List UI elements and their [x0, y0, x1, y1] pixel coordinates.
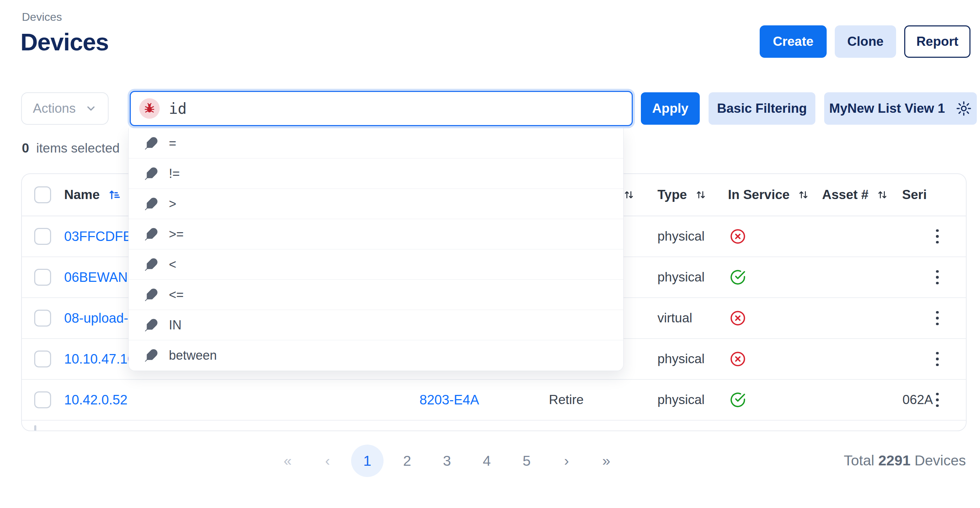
sort-arrows-icon [876, 188, 889, 202]
row-checkbox[interactable] [34, 339, 51, 379]
breadcrumb[interactable]: Devices [22, 11, 62, 24]
column-header-in-service[interactable]: In Service [728, 174, 810, 216]
kebab-icon[interactable] [933, 298, 942, 338]
selection-summary: 0 items selected [22, 141, 119, 156]
device-name-link[interactable]: 10.42.0.52 [64, 392, 127, 408]
operator-option-between[interactable]: between [129, 340, 623, 371]
selection-label: items selected [36, 141, 120, 156]
list-view-label: MyNew List View 1 [829, 101, 945, 116]
hardware-model-link[interactable]: 8203-E4A [420, 392, 479, 408]
row-checkbox[interactable] [34, 216, 51, 256]
feather-icon [144, 318, 158, 332]
sort-arrows-icon [694, 188, 708, 202]
column-header-asset[interactable]: Asset # [822, 174, 889, 216]
report-button[interactable]: Report [904, 25, 970, 58]
feather-icon [144, 167, 158, 181]
pagination-next-button[interactable]: › [550, 444, 583, 477]
filter-operator-dropdown: = != > >= < <= IN between [128, 128, 624, 371]
sort-arrows-icon [622, 188, 636, 202]
operator-option-neq[interactable]: != [129, 159, 623, 189]
pagination-page-3[interactable]: 3 [431, 444, 463, 477]
serial-value: 062A [902, 392, 933, 407]
kebab-icon[interactable] [933, 339, 942, 379]
feather-icon [144, 227, 158, 241]
select-all-checkbox[interactable] [34, 174, 51, 216]
pagination: « ‹ 1 2 3 4 5 › » [271, 444, 630, 477]
device-type-value: physical [657, 229, 705, 244]
basic-filtering-button[interactable]: Basic Filtering [709, 92, 815, 125]
filter-input[interactable] [169, 100, 623, 117]
device-name-link[interactable]: 06BEWAN [64, 270, 127, 285]
column-label-name: Name [64, 187, 100, 202]
kebab-icon[interactable] [933, 257, 942, 297]
feather-icon [144, 348, 158, 362]
pagination-prev-button[interactable]: ‹ [311, 444, 344, 477]
kebab-icon[interactable] [933, 216, 942, 256]
feather-icon [144, 257, 158, 271]
feather-icon [144, 288, 158, 302]
list-view-button[interactable]: MyNew List View 1 [824, 92, 977, 125]
check-circle-icon [729, 257, 747, 297]
device-type-value: physical [657, 392, 705, 407]
column-label-in-service: In Service [728, 187, 790, 202]
column-label-asset: Asset # [822, 187, 869, 202]
feather-icon [144, 197, 158, 211]
row-checkbox[interactable] [34, 426, 36, 431]
filter-input-container [130, 91, 633, 126]
total-value: 2291 [878, 452, 910, 468]
status-value: Retire [549, 392, 584, 407]
kebab-icon[interactable] [933, 380, 942, 420]
bug-icon [139, 98, 160, 119]
sort-arrows-icon [797, 188, 810, 202]
row-checkbox[interactable] [34, 380, 51, 420]
table-row: 10.42.0.52 8203-E4A Retire physical 062A [22, 380, 966, 421]
create-button[interactable]: Create [760, 25, 827, 58]
x-circle-icon [729, 339, 747, 379]
x-circle-icon [729, 298, 747, 338]
x-circle-icon [729, 216, 747, 256]
check-circle-icon [729, 380, 747, 420]
devices-page: Devices Devices Create Clone Report Acti… [0, 0, 980, 508]
device-name-link[interactable]: 08-upload-2 [64, 311, 136, 326]
selection-count: 0 [22, 141, 29, 156]
column-header-type[interactable]: Type [657, 174, 708, 216]
total-count: Total 2291 Devices [844, 452, 966, 469]
gear-icon[interactable] [956, 100, 972, 117]
column-header-serial[interactable]: Seri [902, 174, 927, 216]
sort-ascending-icon [108, 188, 122, 202]
pagination-first-button[interactable]: « [271, 444, 304, 477]
column-label-type: Type [657, 187, 687, 202]
total-suffix: Devices [915, 452, 966, 468]
feather-icon [144, 137, 158, 151]
device-type-value: physical [657, 352, 705, 367]
row-checkbox[interactable] [34, 257, 51, 297]
chevron-down-icon [85, 103, 97, 114]
column-label-serial: Seri [902, 187, 927, 202]
operator-option-gt[interactable]: > [129, 189, 623, 219]
operator-option-gte[interactable]: >= [129, 219, 623, 249]
operator-option-lte[interactable]: <= [129, 280, 623, 310]
row-checkbox[interactable] [34, 298, 51, 338]
pagination-page-4[interactable]: 4 [471, 444, 503, 477]
operator-option-in[interactable]: IN [129, 310, 623, 340]
actions-dropdown-button[interactable]: Actions [21, 92, 108, 125]
pagination-page-1[interactable]: 1 [351, 444, 383, 477]
pagination-page-5[interactable]: 5 [511, 444, 543, 477]
clone-button[interactable]: Clone [835, 25, 896, 58]
pagination-last-button[interactable]: » [590, 444, 622, 477]
actions-label: Actions [33, 101, 75, 116]
pagination-page-2[interactable]: 2 [391, 444, 423, 477]
device-type-value: physical [657, 270, 705, 285]
operator-option-lt[interactable]: < [129, 249, 623, 280]
device-type-value: virtual [657, 311, 692, 325]
total-prefix: Total [844, 452, 875, 468]
operator-option-eq[interactable]: = [129, 128, 623, 159]
page-title: Devices [21, 28, 108, 56]
column-header-hidden-sort[interactable] [622, 174, 636, 216]
apply-button[interactable]: Apply [641, 92, 700, 125]
